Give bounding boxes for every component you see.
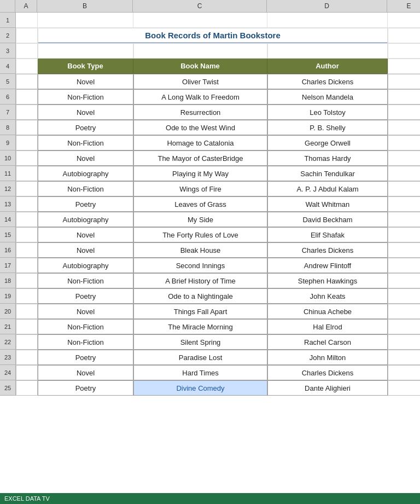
cell-a-22 xyxy=(16,334,38,350)
cell-b-22: Non-Fiction xyxy=(38,334,133,350)
row-4: Book TypeBook NameAuthor xyxy=(16,59,420,74)
status-bar: EXCEL DATA TV xyxy=(0,493,420,504)
cell-a-11 xyxy=(16,166,38,181)
cell-c-11: Playing it My Way xyxy=(133,166,267,181)
row-header-5: 5 xyxy=(0,74,15,89)
cell-d-11: Sachin Tendulkar xyxy=(267,166,388,181)
row-16: NovelBleak HouseCharles Dickens xyxy=(16,242,420,258)
cell-b-23: Poetry xyxy=(38,350,133,365)
row-header-25: 25 xyxy=(0,380,15,396)
cell-e-20 xyxy=(388,304,420,319)
row-23: PoetryParadise LostJohn Milton xyxy=(16,350,420,365)
cell-a-2 xyxy=(16,28,38,43)
cell-e-1 xyxy=(388,13,420,28)
corner-cell xyxy=(0,0,15,12)
cell-a-18 xyxy=(16,273,38,288)
cell-d-9: George Orwell xyxy=(267,135,388,150)
cell-c-20: Things Fall Apart xyxy=(133,304,267,319)
cell-c-6: A Long Walk to Freedom xyxy=(133,89,267,105)
cell-d-23: John Milton xyxy=(267,350,388,365)
cell-d-13: Walt Whitman xyxy=(267,196,388,212)
row-header-14: 14 xyxy=(0,212,15,227)
cell-e-19 xyxy=(388,288,420,304)
row-header-23: 23 xyxy=(0,350,15,365)
cell-b-3 xyxy=(38,43,133,59)
row-header-20: 20 xyxy=(0,304,15,319)
cell-b-8: Poetry xyxy=(38,120,133,135)
row-headers: 1234567891011121314151617181920212223242… xyxy=(0,13,16,396)
cell-e-16 xyxy=(388,242,420,258)
row-17: AutobiographySecond InningsAndrew Flinto… xyxy=(16,258,420,273)
col-header-e: E xyxy=(387,0,420,12)
row-header-12: 12 xyxy=(0,181,15,196)
cell-b-5: Novel xyxy=(38,74,133,89)
row-25: PoetryDivine ComedyDante Alighieri xyxy=(16,380,420,396)
cell-e-23 xyxy=(388,350,420,365)
col-header-b: B xyxy=(37,0,133,12)
cell-a-16 xyxy=(16,242,38,258)
row-header-19: 19 xyxy=(0,288,15,304)
cell-e-9 xyxy=(388,135,420,150)
row-header-6: 6 xyxy=(0,89,15,105)
row-8: PoetryOde to the West WindP. B. Shelly xyxy=(16,120,420,135)
cell-c-25: Divine Comedy xyxy=(133,380,267,396)
col-header-c: C xyxy=(133,0,267,12)
row-header-3: 3 xyxy=(0,43,15,59)
row-12: Non-FictionWings of FireA. P. J Abdul Ka… xyxy=(16,181,420,196)
row-header-22: 22 xyxy=(0,334,15,350)
cell-e-18 xyxy=(388,273,420,288)
cell-b-18: Non-Fiction xyxy=(38,273,133,288)
cell-b-1 xyxy=(38,13,133,28)
row-7: NovelResurrectionLeo Tolstoy xyxy=(16,105,420,120)
row-header-21: 21 xyxy=(0,319,15,334)
cell-e-21 xyxy=(388,319,420,334)
cell-d-21: Hal Elrod xyxy=(267,319,388,334)
cell-d-17: Andrew Flintoff xyxy=(267,258,388,273)
cell-b-4: Book Type xyxy=(38,59,133,74)
cell-e-3 xyxy=(388,43,420,59)
cell-d-19: John Keats xyxy=(267,288,388,304)
cell-d-16: Charles Dickens xyxy=(267,242,388,258)
cell-e-22 xyxy=(388,334,420,350)
cell-c-19: Ode to a Nightingale xyxy=(133,288,267,304)
row-header-2: 2 xyxy=(0,28,15,43)
spreadsheet: A B C D E 123456789101112131415161718192… xyxy=(0,0,420,504)
status-text: EXCEL DATA TV xyxy=(4,495,50,502)
row-header-18: 18 xyxy=(0,273,15,288)
row-header-1: 1 xyxy=(0,13,15,28)
cell-c-4: Book Name xyxy=(133,59,267,74)
row-header-16: 16 xyxy=(0,242,15,258)
cell-e-24 xyxy=(388,365,420,380)
cell-d-10: Thomas Hardy xyxy=(267,150,388,166)
row-21: Non-FictionThe Miracle MorningHal Elrod xyxy=(16,319,420,334)
row-header-8: 8 xyxy=(0,120,15,135)
cell-a-19 xyxy=(16,288,38,304)
cell-e-15 xyxy=(388,227,420,242)
cell-b-15: Novel xyxy=(38,227,133,242)
title-cell: Book Records of Martin Bookstore xyxy=(38,28,388,43)
cell-c-9: Homage to Catalonia xyxy=(133,135,267,150)
cell-c-1 xyxy=(133,13,267,28)
cell-a-12 xyxy=(16,181,38,196)
row-9: Non-FictionHomage to CataloniaGeorge Orw… xyxy=(16,135,420,150)
cell-a-8 xyxy=(16,120,38,135)
cell-d-22: Rachel Carson xyxy=(267,334,388,350)
row-15: NovelThe Forty Rules of LoveElif Shafak xyxy=(16,227,420,242)
cell-b-25: Poetry xyxy=(38,380,133,396)
cell-a-10 xyxy=(16,150,38,166)
cell-b-24: Novel xyxy=(38,365,133,380)
row-header-10: 10 xyxy=(0,150,15,166)
cell-b-12: Non-Fiction xyxy=(38,181,133,196)
cell-a-21 xyxy=(16,319,38,334)
cell-a-4 xyxy=(16,59,38,74)
row-3 xyxy=(16,43,420,59)
cell-e-8 xyxy=(388,120,420,135)
cell-b-19: Poetry xyxy=(38,288,133,304)
row-header-7: 7 xyxy=(0,105,15,120)
cell-e-4 xyxy=(388,59,420,74)
cell-c-15: The Forty Rules of Love xyxy=(133,227,267,242)
cell-e-7 xyxy=(388,105,420,120)
cell-c-23: Paradise Lost xyxy=(133,350,267,365)
cell-a-7 xyxy=(16,105,38,120)
cell-a-20 xyxy=(16,304,38,319)
